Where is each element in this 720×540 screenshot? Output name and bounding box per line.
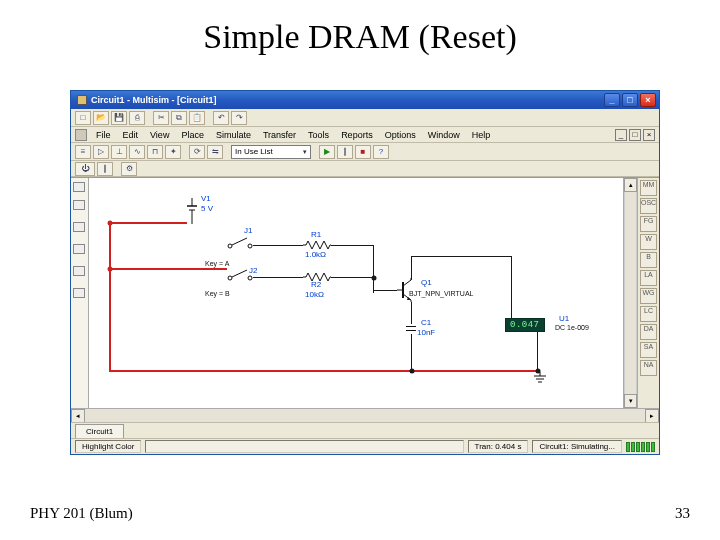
component-transistor-icon[interactable]: ⊥ [111,145,127,159]
multisim-window: Circuit1 - Multisim - [Circuit1] _ □ × □… [70,90,660,455]
scroll-left-icon[interactable]: ◂ [71,409,85,423]
distortion-analyzer-icon[interactable]: DA [640,324,657,340]
status-highlight-color[interactable]: Highlight Color [75,440,141,453]
mdi-close-button[interactable]: × [643,129,655,141]
scroll-right-icon[interactable]: ▸ [645,409,659,423]
svg-point-4 [228,244,232,248]
ruler-stub [73,222,85,232]
bode-plotter-icon[interactable]: B [640,252,657,268]
svg-line-12 [403,280,411,286]
menu-edit[interactable]: Edit [118,129,144,141]
schematic-canvas[interactable]: V1 5 V J1 Key = A J2 Key = B R1 1.0kΩ [89,178,623,408]
document-tabs: Circuit1 [71,422,659,438]
print-icon[interactable]: ⎙ [129,111,145,125]
titlebar[interactable]: Circuit1 - Multisim - [Circuit1] _ □ × [71,91,659,109]
toolbar-standard: □ 📂 💾 ⎙ ✂ ⧉ 📋 ↶ ↷ [71,109,659,127]
stop-button[interactable]: ■ [355,145,371,159]
label-v1-name: V1 [201,194,211,203]
mdi-maximize-button[interactable]: □ [629,129,641,141]
maximize-button[interactable]: □ [622,93,638,107]
component-ground[interactable] [533,372,547,384]
component-ttl-icon[interactable]: ⊓ [147,145,163,159]
paste-icon[interactable]: 📋 [189,111,205,125]
rotate-icon[interactable]: ⟳ [189,145,205,159]
component-switch-j1[interactable] [227,236,253,250]
in-use-list-dropdown[interactable]: In Use List [231,145,311,159]
scroll-track[interactable] [85,409,645,422]
wire [411,302,412,324]
label-u1-name: U1 [559,314,569,323]
wire-node [410,369,415,374]
scroll-up-icon[interactable]: ▴ [624,178,637,192]
wire [253,277,303,278]
led-icon [641,442,645,452]
minimize-button[interactable]: _ [604,93,620,107]
svg-point-7 [228,276,232,280]
multimeter-icon[interactable]: MM [640,180,657,196]
label-u1-value: DC 1e-009 [555,324,589,331]
component-misc-icon[interactable]: ✦ [165,145,181,159]
svg-point-5 [248,244,252,248]
led-icon [646,442,650,452]
cut-icon[interactable]: ✂ [153,111,169,125]
menu-transfer[interactable]: Transfer [258,129,301,141]
menu-options[interactable]: Options [380,129,421,141]
status-simulating: Circuit1: Simulating... [532,440,622,453]
wire [537,332,538,370]
sim-pause-icon[interactable]: ∥ [97,162,113,176]
label-c1-name: C1 [421,318,431,327]
wire [411,256,511,257]
menu-tools[interactable]: Tools [303,129,334,141]
logic-converter-icon[interactable]: LC [640,306,657,322]
wire [109,370,539,372]
label-j2-name: J2 [249,266,257,275]
wire [331,245,373,246]
logic-analyzer-icon[interactable]: LA [640,270,657,286]
component-diode-icon[interactable]: ▷ [93,145,109,159]
oscilloscope-icon[interactable]: OSC [640,198,657,214]
network-analyzer-icon[interactable]: NA [640,360,657,376]
function-generator-icon[interactable]: FG [640,216,657,232]
open-file-icon[interactable]: 📂 [93,111,109,125]
word-generator-icon[interactable]: WG [640,288,657,304]
wattmeter-icon[interactable]: W [640,234,657,250]
component-basic-icon[interactable]: ≡ [75,145,91,159]
status-led-strip [626,442,655,452]
menu-simulate[interactable]: Simulate [211,129,256,141]
vertical-scrollbar[interactable]: ▴ ▾ [623,178,637,408]
scroll-track[interactable] [624,192,637,394]
redo-icon[interactable]: ↷ [231,111,247,125]
scroll-down-icon[interactable]: ▾ [624,394,637,408]
undo-icon[interactable]: ↶ [213,111,229,125]
sim-tool-icon[interactable]: ⚙ [121,162,137,176]
mdi-minimize-button[interactable]: _ [615,129,627,141]
menu-file[interactable]: File [91,129,116,141]
pause-button[interactable]: ∥ [337,145,353,159]
help-icon[interactable]: ? [373,145,389,159]
voltmeter-readout[interactable]: 0.047 [505,318,545,332]
wire-node [108,221,113,226]
spectrum-analyzer-icon[interactable]: SA [640,342,657,358]
slide-footer-page: 33 [675,505,690,522]
save-icon[interactable]: 💾 [111,111,127,125]
copy-icon[interactable]: ⧉ [171,111,187,125]
menu-place[interactable]: Place [176,129,209,141]
menu-help[interactable]: Help [467,129,496,141]
menu-window[interactable]: Window [423,129,465,141]
workspace: V1 5 V J1 Key = A J2 Key = B R1 1.0kΩ [71,177,659,408]
menu-view[interactable]: View [145,129,174,141]
component-analog-icon[interactable]: ∿ [129,145,145,159]
component-battery-v1[interactable] [185,198,199,212]
flip-icon[interactable]: ⇋ [207,145,223,159]
close-button[interactable]: × [640,93,656,107]
label-c1-value: 10nF [417,328,435,337]
horizontal-scrollbar[interactable]: ◂ ▸ [71,408,659,422]
new-file-icon[interactable]: □ [75,111,91,125]
sim-switch-icon[interactable]: ⏻ [75,162,95,176]
menu-reports[interactable]: Reports [336,129,378,141]
tab-circuit1[interactable]: Circuit1 [75,424,124,438]
ruler-stub [73,266,85,276]
component-resistor-r1[interactable] [303,241,331,249]
ruler-stub [73,244,85,254]
run-button[interactable]: ▶ [319,145,335,159]
